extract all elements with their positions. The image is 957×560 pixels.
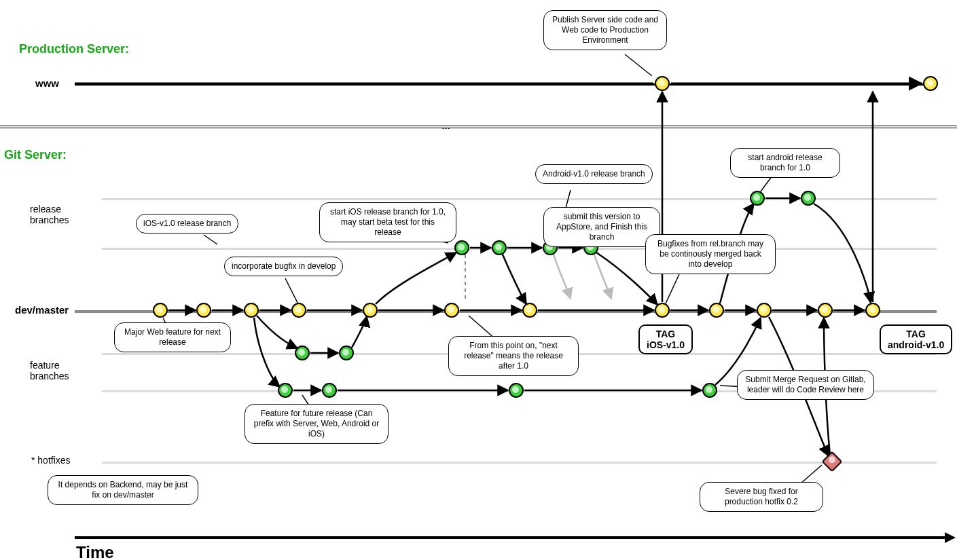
timeline-label: Time — [76, 543, 114, 560]
commit-dev-7 — [522, 303, 537, 318]
lane-band-release-lower — [102, 248, 937, 250]
commit-feature-b2 — [322, 383, 337, 398]
callout-bugfixes-merge-back: Bugfixes from rel.branch may be continou… — [645, 234, 776, 274]
callout-incorporate-bugfix: incorporate bugfix in develop — [224, 257, 343, 276]
lane-band-hotfix — [102, 462, 937, 464]
gitflow-diagram: { "headers": { "prod": "Production Serve… — [0, 0, 957, 560]
callout-submit-appstore: submit this version to AppStore, and Fin… — [543, 207, 660, 247]
commit-dev-5 — [363, 303, 378, 318]
commit-dev-12-tag-android — [865, 303, 880, 318]
callout-start-android-release: start android release branch for 1.0 — [730, 148, 840, 178]
lane-label-hotfix: * hotfixes — [31, 455, 71, 466]
callout-merge-request: Submit Merge Request on Gitlab, leader w… — [737, 370, 874, 400]
commit-dev-11 — [818, 303, 833, 318]
commit-www-deploy-1 — [655, 76, 670, 91]
commit-release-android-1 — [750, 191, 765, 206]
commit-dev-3 — [244, 303, 259, 318]
callout-android-release-branch: Android-v1.0 release branch — [535, 164, 653, 184]
commit-dev-1 — [153, 303, 168, 318]
commit-hotfix-1 — [821, 451, 842, 472]
callout-from-this-point: From this point on, "next release" means… — [448, 336, 579, 376]
commit-release-android-2 — [801, 191, 816, 206]
callout-feature-future: Feature for future release (Can prefix w… — [245, 404, 389, 444]
commit-dev-10 — [757, 303, 772, 318]
commit-feature-b3 — [509, 383, 524, 398]
callout-hotfix-depends: It depends on Backend, may be just fix o… — [48, 475, 198, 505]
commit-dev-9 — [709, 303, 724, 318]
commit-dev-2 — [196, 303, 211, 318]
lane-label-www: www — [35, 77, 59, 89]
commit-www-deploy-2 — [923, 76, 938, 91]
commit-release-ios-1 — [454, 240, 469, 255]
callout-ios-release-branch: iOS-v1.0 release branch — [136, 214, 238, 234]
commit-feature-a2 — [339, 346, 354, 360]
commit-dev-8-tag-ios — [655, 303, 670, 318]
callout-start-ios-release: start iOS release branch for 1.0, may st… — [319, 202, 456, 242]
commit-feature-a1 — [295, 346, 310, 360]
tag-ios-v1: TAG iOS-v1.0 — [638, 324, 693, 354]
commit-dev-6 — [444, 303, 459, 318]
callout-major-web-feature: Major Web feature for next release — [114, 322, 231, 352]
divider-ellipsis: … — [441, 121, 450, 131]
commit-feature-b4 — [702, 383, 717, 398]
heading-git-server: Git Server: — [4, 148, 67, 162]
tag-android-v1: TAG android-v1.0 — [880, 324, 952, 354]
commit-feature-b1 — [278, 383, 293, 398]
lane-label-release: release branches — [30, 204, 77, 225]
heading-production-server: Production Server: — [19, 42, 129, 56]
commit-dev-4 — [291, 303, 306, 318]
lane-label-feature: feature branches — [30, 360, 77, 381]
section-divider — [0, 126, 957, 128]
callout-publish: Publish Server side code and Web code to… — [543, 10, 667, 50]
callout-severe-bug: Severe bug fixed for production hotfix 0… — [700, 482, 823, 512]
commit-release-ios-2 — [492, 240, 507, 255]
lane-line-www — [75, 83, 937, 86]
lane-label-dev: dev/master — [15, 304, 69, 316]
timeline-axis — [75, 536, 950, 539]
